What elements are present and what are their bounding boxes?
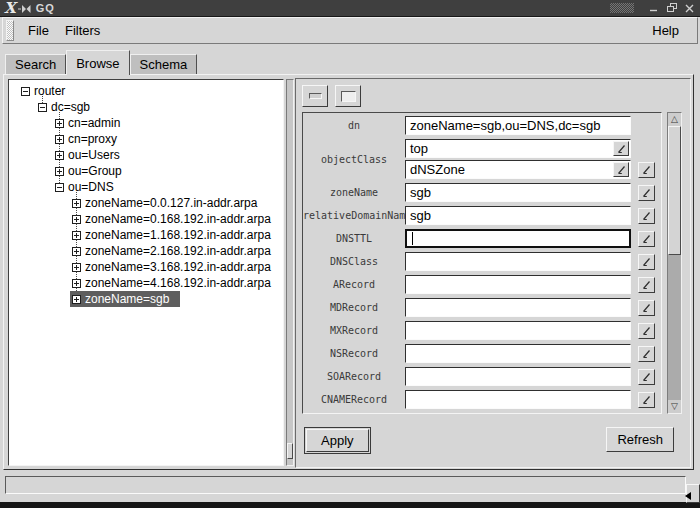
edit-attribute-button[interactable] [638,346,655,362]
edit-value-icon [642,211,651,221]
window-bowtie-icon [18,5,31,13]
tree-item[interactable]: ou=Users [55,147,123,163]
expand-expander-icon[interactable] [72,263,81,272]
attribute-value-input[interactable] [405,229,631,248]
expand-expander-icon[interactable] [55,135,64,144]
edit-attribute-button[interactable] [638,300,655,316]
scrollbar-thumb[interactable] [668,126,681,255]
edit-attribute-button[interactable] [638,162,655,178]
edit-value-icon [642,303,651,313]
close-button[interactable] [683,2,696,14]
expand-expander-icon[interactable] [72,279,81,288]
edit-attribute-button[interactable] [638,254,655,270]
edit-value-icon [617,165,626,175]
attribute-value-input[interactable]: sgb [405,206,631,225]
expand-values-button[interactable] [335,85,361,107]
collapse-expander-icon[interactable] [21,87,30,96]
scrollbar-trough[interactable] [668,126,681,400]
tree-item[interactable]: zoneName=0.168.192.in-addr.arpa [72,211,274,227]
edit-attribute-button[interactable] [638,231,655,247]
minimize-button[interactable] [647,2,660,14]
titlebar[interactable]: X GQ [0,0,700,17]
refresh-button[interactable]: Refresh [606,427,674,452]
form-vertical-scrollbar[interactable]: △ ▽ [667,112,682,414]
tree-item[interactable]: ou=Group [55,163,125,179]
tree-item[interactable]: dc=sgb [38,99,93,115]
collapse-values-button[interactable] [302,85,328,107]
tree-item[interactable]: zoneName=2.168.192.in-addr.arpa [72,243,274,259]
expand-expander-icon[interactable] [55,119,64,128]
attribute-value-input[interactable] [405,344,631,363]
attribute-row: MDRecord [303,298,661,317]
attribute-row-button-slot [631,252,661,271]
splitter-handle[interactable] [287,443,293,459]
edit-attribute-button[interactable] [638,185,655,201]
restore-button[interactable] [665,2,678,14]
apply-button[interactable]: Apply [306,429,369,452]
tab-schema[interactable]: Schema [130,54,198,75]
attribute-value-input[interactable] [405,390,631,409]
attribute-value-text: top [410,141,428,156]
edit-attribute-button[interactable] [638,323,655,339]
menu-filters[interactable]: Filters [57,20,108,41]
attribute-label: NSRecord [303,348,405,359]
attribute-value-input[interactable] [405,275,631,294]
tab-search[interactable]: Search [5,54,66,75]
attribute-value-input[interactable] [405,298,631,317]
tree-item-label: router [34,84,65,98]
tree-item-label: cn=admin [68,116,120,130]
tree-item[interactable]: zoneName=1.168.192.in-addr.arpa [72,227,274,243]
attribute-value-input[interactable]: sgb [405,183,631,202]
tree-item[interactable]: zoneName=3.168.192.in-addr.arpa [72,259,274,275]
edit-attribute-button[interactable] [613,162,629,177]
edit-attribute-button[interactable] [613,141,629,156]
edit-attribute-button[interactable] [638,208,655,224]
expand-expander-icon[interactable] [55,167,64,176]
edit-attribute-button[interactable] [638,369,655,385]
gq-application-window: X GQ File Filters Help [0,0,700,508]
attribute-label: objectClass [303,154,405,165]
tree-item[interactable]: zoneName=0.0.127.in-addr.arpa [72,195,260,211]
resize-grip[interactable] [686,484,700,503]
attribute-value-input[interactable]: top [405,139,631,158]
tree-item[interactable]: cn=admin [55,115,123,131]
expand-expander-icon[interactable] [55,151,64,160]
expand-expander-icon[interactable] [72,247,81,256]
attribute-label: MDRecord [303,302,405,313]
tree-item[interactable]: zoneName=4.168.192.in-addr.arpa [72,275,274,291]
attribute-value-input[interactable]: dNSZone [405,160,631,179]
attribute-value-input[interactable] [405,367,631,386]
attribute-value-input[interactable] [405,252,631,271]
edit-attribute-button[interactable] [638,392,655,408]
collapse-expander-icon[interactable] [55,183,64,192]
directory-tree[interactable]: routerdc=sgbcn=admincn=proxyou=Usersou=G… [8,79,284,466]
paned-splitter[interactable] [286,79,294,466]
attribute-row: MXRecord [303,321,661,340]
scroll-down-icon[interactable]: ▽ [668,400,681,413]
tree-item[interactable]: ou=DNS [55,179,117,195]
expand-expander-icon[interactable] [72,295,81,304]
attribute-value-input[interactable] [405,321,631,340]
scroll-up-icon[interactable]: △ [668,113,681,126]
tree-item-label: zoneName=2.168.192.in-addr.arpa [85,244,271,258]
collapse-expander-icon[interactable] [38,103,47,112]
tree-item[interactable]: cn=proxy [55,131,120,147]
tab-browse[interactable]: Browse [66,50,129,75]
menubar-grip-handle[interactable] [6,20,14,41]
attribute-label: zoneName [303,187,405,198]
entry-detail-panel: dnzoneName=sgb,ou=DNS,dc=sgbobjectClasst… [295,78,691,468]
attribute-value-input[interactable]: zoneName=sgb,ou=DNS,dc=sgb [405,116,631,135]
attribute-form: dnzoneName=sgb,ou=DNS,dc=sgbobjectClasst… [302,112,662,414]
menu-help[interactable]: Help [644,20,687,41]
attribute-row: NSRecord [303,344,661,363]
tree-item[interactable]: zoneName=sgb [70,291,180,307]
expand-expander-icon[interactable] [72,231,81,240]
menu-file[interactable]: File [20,20,57,41]
edit-attribute-button[interactable] [638,277,655,293]
edit-value-icon [642,234,651,244]
edit-value-icon [642,165,651,175]
expand-expander-icon[interactable] [72,215,81,224]
expand-expander-icon[interactable] [72,199,81,208]
attribute-row: SOARecord [303,367,661,386]
tree-item[interactable]: router [21,83,68,99]
